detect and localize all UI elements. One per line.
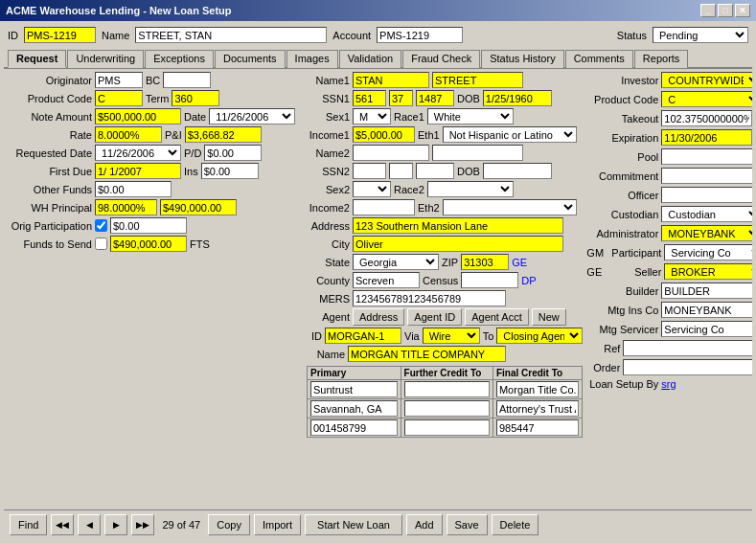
sex1-dropdown[interactable]: M (353, 108, 391, 124)
mtg-ins-co-field[interactable]: MONEYBANK (661, 302, 752, 318)
tab-status-history[interactable]: Status History (481, 50, 563, 68)
income2-field[interactable] (353, 199, 415, 215)
other-funds-field[interactable]: $0.00 (95, 181, 172, 197)
note-amount-field[interactable]: $500,000.00 (95, 108, 181, 124)
ge-link[interactable]: GE (512, 257, 527, 268)
ssn1-a-field[interactable]: 561 (353, 90, 386, 106)
tab-validation[interactable]: Validation (339, 50, 402, 68)
wire-row1-primary[interactable] (310, 381, 398, 397)
investor-dropdown[interactable]: COUNTRYWIDE (661, 72, 752, 88)
account-field[interactable]: PMS-1219 (377, 27, 463, 43)
income1-field[interactable]: $5,000.00 (353, 126, 415, 143)
name1-last-field[interactable]: STREET (432, 72, 523, 88)
to-dropdown[interactable]: Closing Agent (496, 328, 583, 344)
order-field[interactable] (623, 359, 752, 375)
tab-reports[interactable]: Reports (634, 50, 689, 68)
eth2-dropdown[interactable] (443, 199, 577, 215)
ssn1-c-field[interactable]: 1487 (416, 90, 454, 106)
originator-field[interactable]: PMS (95, 72, 143, 88)
administrator-dropdown[interactable]: MONEYBANK (661, 225, 752, 241)
agent-new-button[interactable]: New (532, 308, 566, 326)
bc-field[interactable] (163, 72, 211, 88)
race2-dropdown[interactable] (427, 181, 514, 197)
state-dropdown[interactable]: Georgia (353, 254, 439, 270)
add-button[interactable]: Add (406, 514, 443, 535)
find-button[interactable]: Find (10, 514, 47, 535)
agent-name-field[interactable]: MORGAN TITLE COMPANY (348, 346, 506, 362)
officer-field[interactable] (661, 187, 752, 203)
close-button[interactable]: ✕ (735, 4, 750, 17)
tab-exceptions[interactable]: Exceptions (145, 50, 214, 68)
county-field[interactable]: Screven (353, 272, 420, 288)
wire-row2-further[interactable] (404, 400, 490, 417)
status-dropdown[interactable]: Pending (653, 27, 748, 43)
tab-comments[interactable]: Comments (565, 50, 633, 68)
agent-acct-button[interactable]: Agent Acct (465, 308, 529, 326)
ins-field[interactable]: $0.00 (201, 163, 259, 179)
eth1-dropdown[interactable]: Not Hispanic or LatinoHispanic Or Latino (443, 126, 577, 143)
ssn2-c-field[interactable] (416, 163, 454, 179)
name2-last-field[interactable] (432, 145, 523, 161)
first-due-field[interactable]: 1/ 1/2007 (95, 163, 181, 179)
dob2-field[interactable] (483, 163, 552, 179)
wire-row3-further[interactable] (404, 419, 490, 436)
race1-dropdown[interactable]: White (427, 108, 514, 124)
last-button[interactable]: ▶▶ (131, 514, 154, 535)
agent-address-button[interactable]: Address (353, 308, 404, 326)
census-field[interactable] (461, 272, 518, 288)
right-product-code-dropdown[interactable]: C (661, 91, 752, 107)
wire-row1-final[interactable] (496, 381, 579, 397)
save-button[interactable]: Save (447, 514, 488, 535)
name1-first-field[interactable]: STAN (353, 72, 429, 88)
product-code-field[interactable]: C (95, 90, 143, 106)
tab-images[interactable]: Images (286, 50, 338, 68)
requested-date-field[interactable]: 11/26/2006 (95, 145, 181, 161)
via-dropdown[interactable]: Wire (423, 328, 480, 344)
wire-row2-primary[interactable] (310, 400, 398, 417)
pool-field[interactable] (661, 148, 752, 165)
pd-field[interactable]: $0.00 (204, 145, 262, 161)
wire-row3-final[interactable] (496, 419, 579, 436)
rate-field[interactable]: 8.0000% (95, 126, 162, 143)
prev-button[interactable]: ◀ (78, 514, 101, 535)
tab-fraud-check[interactable]: Fraud Check (402, 50, 480, 68)
import-button[interactable]: Import (254, 514, 301, 535)
expiration-field[interactable]: 11/30/2006 (661, 129, 752, 146)
wire-row1-further[interactable] (404, 381, 490, 397)
seller-dropdown[interactable]: BROKER (664, 263, 752, 280)
orig-participation-checkbox[interactable] (95, 219, 107, 232)
tab-documents[interactable]: Documents (215, 50, 286, 68)
zip-field[interactable]: 31303 (461, 254, 509, 270)
name2-first-field[interactable] (353, 145, 429, 161)
agent-id-field[interactable]: MORGAN-1 (325, 328, 401, 344)
participant-dropdown[interactable]: Servicing Co (664, 244, 752, 260)
name-field[interactable]: STREET, STAN (135, 27, 327, 43)
wire-row2-final[interactable] (496, 400, 579, 417)
next-button[interactable]: ▶ (104, 514, 127, 535)
first-button[interactable]: ◀◀ (51, 514, 74, 535)
sex2-dropdown[interactable] (353, 181, 391, 197)
pi-field[interactable]: $3,668.82 (185, 126, 262, 143)
ref-field[interactable] (623, 340, 752, 356)
takeout-field[interactable]: 102.3750000000% (661, 110, 752, 126)
dp-link[interactable]: DP (521, 275, 536, 286)
term-field[interactable]: 360 (172, 90, 219, 106)
address-field[interactable]: 123 Southern Mansion Lane (353, 217, 563, 234)
builder-field[interactable]: BUILDER (661, 283, 752, 299)
ssn1-b-field[interactable]: 37 (389, 90, 413, 106)
mtg-servicer-field[interactable]: Servicing Co (661, 321, 752, 337)
start-new-loan-button[interactable]: Start New Loan (305, 514, 402, 535)
funds-to-send-field[interactable]: $490,000.00 (110, 236, 187, 252)
wire-row3-primary[interactable] (310, 419, 398, 436)
wh-principal-pct[interactable]: 98.0000% (95, 199, 157, 215)
date-field[interactable]: 11/26/2006 (209, 108, 295, 124)
dob1-field[interactable]: 1/25/1960 (483, 90, 552, 106)
ssn2-b-field[interactable] (389, 163, 413, 179)
mers-field[interactable]: 123456789123456789 (353, 290, 506, 306)
city-field[interactable]: Oliver (353, 236, 563, 252)
orig-participation-field[interactable]: $0.00 (110, 217, 187, 234)
tab-underwriting[interactable]: Underwriting (67, 50, 144, 68)
loan-setup-by-link[interactable]: srg (661, 378, 676, 390)
delete-button[interactable]: Delete (492, 514, 539, 535)
copy-button[interactable]: Copy (208, 514, 250, 535)
